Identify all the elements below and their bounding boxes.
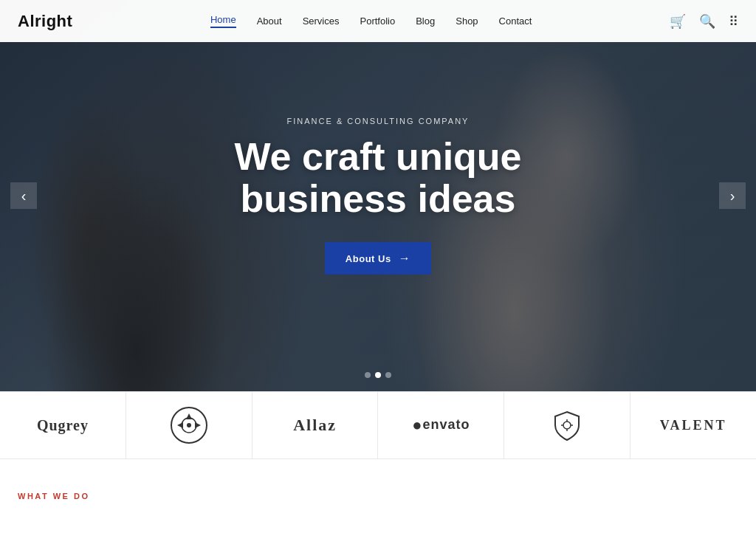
nav-portfolio[interactable]: Portfolio <box>360 16 396 27</box>
hero-cta-label: About Us <box>346 253 391 264</box>
logo-circle-brand[interactable] <box>126 392 252 458</box>
header-icons: 🛒 🔍 ⠿ <box>670 13 738 30</box>
search-icon[interactable]: 🔍 <box>699 13 715 30</box>
svg-point-3 <box>563 422 571 429</box>
nav-shop[interactable]: Shop <box>456 16 478 27</box>
site-header: Alright Home About Services Portfolio Bl… <box>0 0 756 42</box>
grid-icon[interactable]: ⠿ <box>729 13 738 30</box>
logo-qugrey-text: Qugrey <box>37 417 89 434</box>
logo-valent[interactable]: VALENT <box>630 392 756 458</box>
logo-envato[interactable]: ●envato <box>378 392 504 458</box>
logo-allaz[interactable]: Allaz <box>252 392 379 458</box>
svg-point-2 <box>187 423 191 427</box>
logo-allaz-text: Allaz <box>293 416 337 435</box>
main-nav: Home About Services Portfolio Blog Shop … <box>210 14 532 28</box>
hero-dot-2[interactable] <box>375 372 381 378</box>
logo-envato-text: ●envato <box>412 416 470 435</box>
hero-prev-button[interactable]: ‹ <box>10 182 37 209</box>
logo-valent-text: VALENT <box>660 418 727 433</box>
logo-qugrey[interactable]: Qugrey <box>0 392 126 458</box>
hero-section: ‹ › Finance & Consulting Company We craf… <box>0 0 756 391</box>
hero-next-button[interactable]: › <box>719 182 746 209</box>
nav-blog[interactable]: Blog <box>416 16 435 27</box>
logo-shield[interactable] <box>504 392 630 458</box>
hero-dot-3[interactable] <box>385 372 391 378</box>
site-logo[interactable]: Alright <box>18 12 72 31</box>
hero-cta-arrow: → <box>399 252 411 265</box>
logos-strip: Qugrey Allaz ●envato VALENT <box>0 391 756 459</box>
cart-icon[interactable]: 🛒 <box>670 13 686 30</box>
nav-home[interactable]: Home <box>210 14 236 28</box>
nav-about[interactable]: About <box>257 16 282 27</box>
nav-contact[interactable]: Contact <box>499 16 532 27</box>
logo-circle-icon <box>170 406 208 444</box>
hero-dots <box>365 372 391 378</box>
hero-title: We craft unique business ideas <box>179 136 577 220</box>
logo-shield-icon <box>551 409 583 441</box>
hero-dot-1[interactable] <box>365 372 371 378</box>
nav-services[interactable]: Services <box>303 16 340 27</box>
hero-content: Finance & Consulting Company We craft un… <box>179 117 577 275</box>
hero-cta-button[interactable]: About Us → <box>325 242 431 275</box>
what-we-do-section: What We Do <box>0 459 756 517</box>
hero-subtitle: Finance & Consulting Company <box>179 117 577 126</box>
section-tag: What We Do <box>18 492 90 501</box>
